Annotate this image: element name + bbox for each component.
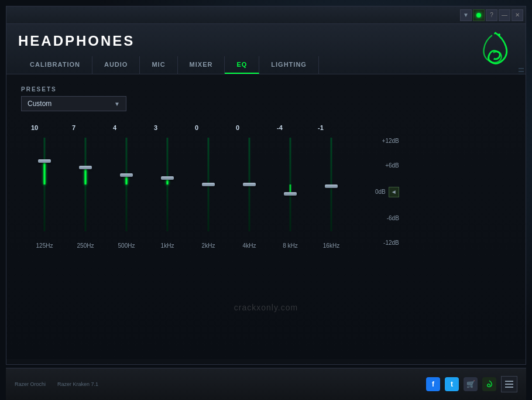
tab-lighting[interactable]: LIGHTING [259,56,319,74]
tab-mixer[interactable]: MIXER [178,56,225,74]
minimize-button[interactable]: — [499,9,510,21]
db-label-6n: -6dB [375,215,399,221]
db-scale: +12dB +6dB 0dB ◄ -6dB -12dB [375,138,399,246]
slider-track-500Hz [126,138,128,231]
slider-value-8 kHz: -4 [277,124,283,131]
eq-slider-group-8 kHz: -48 kHz [282,123,299,252]
page-title: HEADPHONES [18,33,135,49]
titlebar-controls: ▼ ? — ✕ [460,9,523,21]
preset-value: Custom [28,100,114,108]
slider-handle-16kHz[interactable] [325,184,338,188]
slider-track-250Hz [85,138,87,231]
eq-slider-group-250Hz: 7250Hz [77,123,94,252]
device-1: Razer Orochi [15,381,46,387]
facebook-icon[interactable]: f [426,377,440,391]
slider-fill-125Hz [44,161,46,184]
db-label-0: 0dB [375,189,386,195]
slider-value-250Hz: 7 [72,124,75,131]
watermark: crackxonly.com [234,303,298,312]
slider-value-16kHz: -1 [318,124,324,131]
slider-freq-label-500Hz: 500Hz [118,242,135,249]
slider-freq-label-4kHz: 4kHz [243,242,256,249]
menu-line-1 [505,381,513,382]
svg-point-0 [498,33,500,36]
razer-social-icon[interactable] [482,377,496,391]
close-button[interactable]: ✕ [512,9,523,21]
eq-sliders: 10125Hz7250Hz4500Hz31kHz02kHz04kHz-48 kH… [36,123,363,252]
tab-audio[interactable]: AUDIO [92,56,140,74]
razer-logo [473,27,517,71]
menu-line-2 [505,384,513,385]
slider-track-125Hz [44,138,46,231]
slider-fill-250Hz [85,167,87,184]
slider-handle-500Hz[interactable] [120,173,133,177]
main-window: ▼ ? — ✕ HEADPHONES CALIBRATION AUDIO [6,6,526,365]
slider-handle-8 kHz[interactable] [284,192,297,196]
twitter-icon[interactable]: t [445,377,459,391]
tab-calibration[interactable]: CALIBRATION [18,56,92,74]
header: HEADPHONES CALIBRATION AUDIO MIC MIXER E… [6,24,526,74]
tab-eq[interactable]: EQ [225,56,259,74]
slider-track-8 kHz [290,138,291,231]
slider-handle-250Hz[interactable] [79,166,92,169]
slider-freq-label-8 kHz: 8 kHz [283,242,298,249]
titlebar: ▼ ? — ✕ [6,6,526,24]
menu-line-3 [505,387,513,388]
slider-value-500Hz: 4 [113,124,116,131]
db-zero-row: 0dB ◄ [375,187,399,197]
device-2: Razer Kraken 7.1 [57,381,98,387]
db-label-12n: -12dB [375,240,399,246]
slider-freq-label-16kHz: 16kHz [323,242,339,249]
eq-sliders-container: 10125Hz7250Hz4500Hz31kHz02kHz04kHz-48 kH… [36,123,514,252]
status-icon [473,9,485,21]
slider-track-1kHz [167,138,169,231]
slider-freq-label-2kHz: 2kHz [202,242,215,249]
eq-slider-group-125Hz: 10125Hz [36,123,53,252]
db-label-6p: +6dB [375,162,399,169]
slider-handle-4kHz[interactable] [243,183,256,186]
slider-value-4kHz: 0 [236,124,239,131]
slider-freq-label-1kHz: 1kHz [161,242,174,249]
db-label-12p: +12dB [375,138,399,144]
menu-button[interactable] [501,376,517,392]
slider-handle-2kHz[interactable] [202,183,215,186]
eq-slider-group-2kHz: 02kHz [200,123,217,252]
eq-slider-group-4kHz: 04kHz [241,123,258,252]
cart-icon[interactable]: 🛒 [464,377,478,391]
slider-value-125Hz: 10 [31,124,38,131]
device-info: Razer Orochi Razer Kraken 7.1 [15,381,98,387]
slider-handle-1kHz[interactable] [161,176,174,180]
slider-handle-125Hz[interactable] [38,159,51,163]
dropdown-icon[interactable]: ▼ [460,9,472,21]
dropdown-arrow-icon: ▼ [114,101,120,107]
nav-tabs: CALIBRATION AUDIO MIC MIXER EQ LIGHTING [18,56,514,74]
slider-freq-label-125Hz: 125Hz [36,242,53,249]
social-icons: f t 🛒 [426,376,517,392]
svg-point-1 [494,33,496,35]
presets-dropdown[interactable]: Custom ▼ [21,96,126,111]
eq-content: PRESETS Custom ▼ 10125Hz7250Hz4500Hz31kH… [6,74,526,359]
slider-value-1kHz: 3 [154,124,157,131]
help-button[interactable]: ? [486,9,497,21]
slider-freq-label-250Hz: 250Hz [77,242,94,249]
db-zero-reset-button[interactable]: ◄ [389,187,399,197]
presets-label: PRESETS [21,86,514,93]
eq-slider-group-500Hz: 4500Hz [118,123,135,252]
reset-arrow-icon: ◄ [391,189,397,195]
header-top: HEADPHONES [18,33,514,49]
tab-mic[interactable]: MIC [140,56,177,74]
slider-value-2kHz: 0 [195,124,198,131]
eq-slider-group-1kHz: 31kHz [159,123,176,252]
bottom-bar: Razer Orochi Razer Kraken 7.1 f t 🛒 [6,368,526,400]
eq-slider-group-16kHz: -116kHz [322,123,340,252]
